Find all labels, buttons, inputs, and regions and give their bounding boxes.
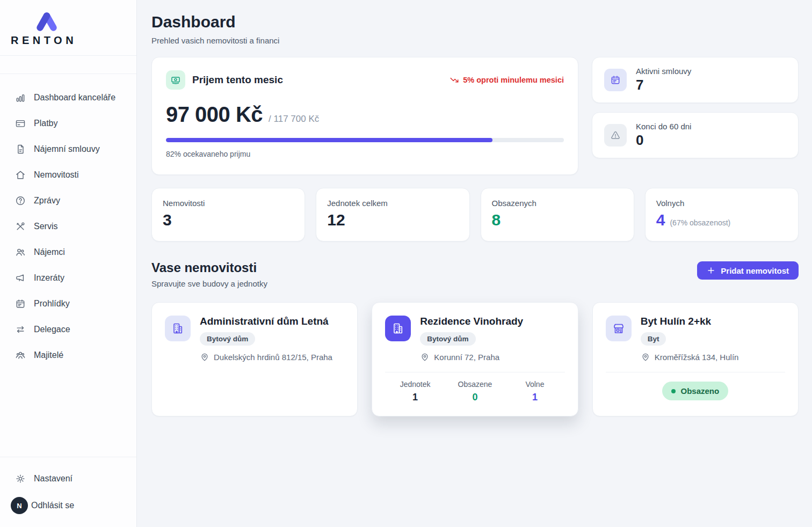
income-progress-caption: 82% ocekavaneho prijmu	[166, 150, 564, 158]
income-amount: 97 000 Kč	[166, 103, 263, 127]
property-type-badge: Bytový dům	[200, 332, 255, 346]
brand-logo[interactable]: RENTON	[0, 0, 136, 56]
sidebar-item-label: Nájemci	[34, 247, 65, 257]
tools-icon	[15, 221, 26, 232]
active-contracts-info: Aktivni smlouvy 7	[636, 67, 691, 93]
properties-section-subtitle: Spravujte sve budovy a jednotky	[151, 279, 267, 288]
sidebar-divider	[0, 56, 136, 74]
property-type-badge: Bytový dům	[420, 332, 475, 346]
credit-card-icon	[15, 118, 26, 129]
sidebar-item-label: Majitelé	[34, 350, 63, 360]
storefront-icon	[606, 316, 632, 341]
users-icon	[15, 247, 26, 258]
unit-stats: Jednotek 1 Obsazene 0 Volne 1	[385, 380, 564, 403]
map-pin-icon	[200, 352, 209, 362]
property-name: Administrativní dům Letná	[200, 316, 332, 327]
trending-down-icon	[450, 75, 459, 85]
units-label: Jednotek	[385, 380, 445, 389]
stat-label: Jednotek celkem	[327, 199, 458, 208]
map-pin-icon	[420, 352, 430, 362]
banknote-icon	[166, 70, 185, 90]
stat-card-jednotek: Jednotek celkem 12	[316, 188, 469, 241]
stat-card-obsazenych: Obsazenych 8	[481, 188, 634, 241]
property-address: Kroměřížská 134, Hulín	[655, 353, 739, 362]
income-progress-track	[166, 138, 564, 142]
sidebar: RENTON Dashboard kanceláře Platby Nájemn…	[0, 0, 137, 527]
sidebar-item-label: Nájemní smlouvy	[34, 144, 100, 154]
property-name: Rezidence Vinohrady	[420, 316, 523, 327]
expiring-contracts-label: Konci do 60 dni	[636, 122, 691, 131]
free-value: 1	[505, 392, 564, 403]
sidebar-item-inzeraty[interactable]: Inzeráty	[0, 265, 136, 291]
sidebar-item-zpravy[interactable]: Zprávy	[0, 188, 136, 214]
stat-label: Volnych	[656, 199, 787, 208]
add-property-button[interactable]: Pridat nemovitost	[697, 261, 799, 280]
stat-value: 12	[327, 211, 345, 229]
property-name: Byt Hulín 2+kk	[641, 316, 739, 327]
sidebar-item-platby[interactable]: Platby	[0, 111, 136, 136]
sidebar-item-label: Delegace	[34, 325, 70, 334]
sidebar-item-label: Inzeráty	[34, 273, 64, 283]
property-address: Dukelských hrdinů 812/15, Praha	[214, 353, 332, 362]
renton-logo-icon	[30, 9, 63, 33]
sidebar-item-label: Zprávy	[34, 196, 60, 206]
property-card-hulin[interactable]: Byt Hulín 2+kk Byt Kroměřížská 134, Hulí…	[592, 302, 799, 416]
page-title: Dashboard	[151, 13, 799, 31]
sidebar-item-majitele[interactable]: Majitelé	[0, 342, 136, 368]
property-card-vinohrady[interactable]: Rezidence Vinohrady Bytový dům Korunní 7…	[372, 302, 578, 416]
sidebar-item-label: Platby	[34, 119, 57, 128]
occupied-label: Obsazene	[445, 380, 505, 389]
logout-label: Odhlásit se	[31, 501, 74, 510]
property-type-badge: Byt	[641, 332, 666, 346]
card-divider	[385, 372, 564, 372]
properties-section-header: Vase nemovitosti Spravujte sve budovy a …	[151, 260, 799, 288]
sidebar-item-dashboard[interactable]: Dashboard kanceláře	[0, 85, 136, 111]
income-trend: 5% oproti minulemu mesici	[450, 75, 564, 85]
stat-value: 8	[492, 211, 501, 229]
stat-value: 3	[163, 211, 172, 229]
document-icon	[15, 144, 26, 155]
user-avatar: N	[11, 497, 28, 514]
sidebar-nav: Dashboard kanceláře Platby Nájemní smlou…	[0, 74, 136, 368]
active-contracts-value: 7	[636, 77, 691, 93]
help-circle-icon	[15, 195, 26, 206]
expiring-contracts-info: Konci do 60 dni 0	[636, 122, 691, 149]
top-grid: Prijem tento mesic 5% oproti minulemu me…	[151, 57, 799, 175]
sidebar-item-label: Nastavení	[34, 474, 73, 484]
sidebar-item-smlouvy[interactable]: Nájemní smlouvy	[0, 136, 136, 162]
income-amount-row: 97 000 Kč / 117 700 Kč	[166, 103, 564, 127]
income-card-header: Prijem tento mesic 5% oproti minulemu me…	[166, 70, 564, 90]
card-divider	[606, 372, 785, 372]
app-root: RENTON Dashboard kanceláře Platby Nájemn…	[0, 0, 812, 527]
sidebar-item-label: Dashboard kanceláře	[34, 93, 115, 103]
stat-value: 4	[656, 211, 665, 229]
calendar-icon	[15, 298, 26, 309]
sidebar-item-delegace[interactable]: Delegace	[0, 317, 136, 342]
warning-triangle-icon	[604, 124, 627, 147]
sidebar-item-prohlidky[interactable]: Prohlídky	[0, 291, 136, 317]
sidebar-item-najemci[interactable]: Nájemci	[0, 239, 136, 265]
sidebar-item-nastaveni[interactable]: Nastavení	[0, 466, 136, 492]
property-address: Korunní 72, Praha	[434, 353, 499, 362]
add-property-label: Pridat nemovitost	[721, 266, 789, 275]
property-card-letna[interactable]: Administrativní dům Letná Bytový dům Duk…	[151, 302, 358, 416]
map-pin-icon	[641, 352, 650, 362]
sidebar-item-servis[interactable]: Servis	[0, 214, 136, 239]
sidebar-item-logout[interactable]: N Odhlásit se	[0, 492, 136, 519]
bar-chart-icon	[15, 92, 26, 103]
occupied-value: 0	[445, 392, 505, 403]
income-card: Prijem tento mesic 5% oproti minulemu me…	[151, 57, 578, 175]
sidebar-item-label: Prohlídky	[34, 299, 70, 309]
sidebar-item-label: Servis	[34, 222, 57, 231]
building-icon	[385, 316, 411, 341]
sidebar-item-nemovitosti[interactable]: Nemovitosti	[0, 162, 136, 188]
sidebar-footer: Nastavení N Odhlásit se	[0, 457, 136, 527]
income-progress-fill	[166, 138, 492, 142]
stats-row: Nemovitosti 3 Jednotek celkem 12 Obsazen…	[151, 188, 799, 241]
brand-name: RENTON	[11, 34, 136, 47]
active-contracts-card: Aktivni smlouvy 7	[592, 57, 799, 103]
home-icon	[15, 170, 26, 180]
active-contracts-label: Aktivni smlouvy	[636, 67, 691, 76]
income-target: / 117 700 Kč	[269, 114, 319, 125]
status-dot-icon	[671, 389, 676, 393]
